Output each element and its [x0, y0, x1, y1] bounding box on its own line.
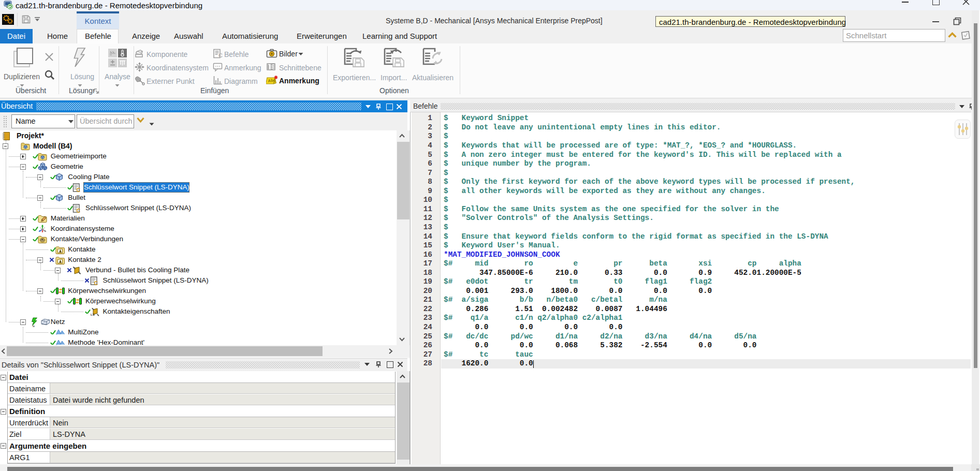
svg-text:LS: LS: [91, 313, 95, 316]
svg-text:C: C: [77, 187, 81, 193]
svg-text:w: w: [32, 325, 35, 328]
svg-text:C: C: [218, 52, 223, 58]
svg-text:C: C: [94, 280, 98, 286]
svg-text:C: C: [77, 208, 81, 213]
